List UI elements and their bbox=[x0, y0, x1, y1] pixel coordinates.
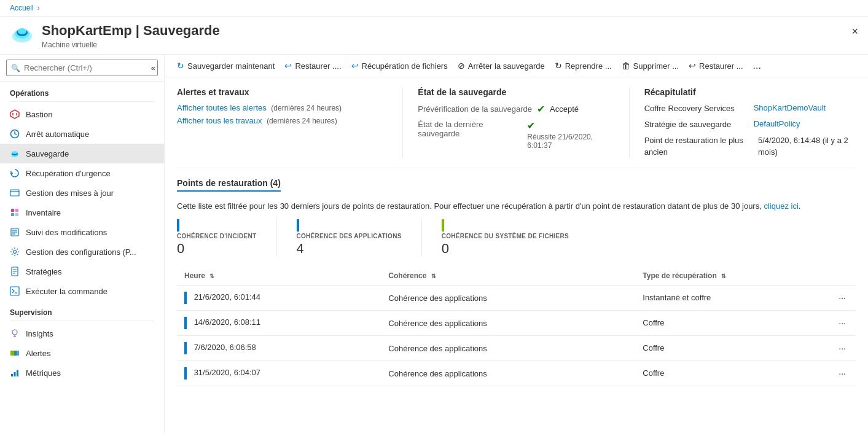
sidebar-item-alertes[interactable]: Alertes bbox=[0, 343, 164, 363]
th-heure[interactable]: Heure ⇅ bbox=[177, 267, 381, 286]
svg-point-28 bbox=[12, 330, 17, 335]
afficher-alertes-link[interactable]: Afficher toutes les alertes bbox=[177, 103, 267, 112]
sidebar-item-label: Gestion des mises à jour bbox=[26, 189, 114, 198]
recuperation-icon: ↩ bbox=[351, 61, 359, 71]
search-input[interactable] bbox=[6, 60, 158, 76]
reprendre-button[interactable]: ↻ Reprendre ... bbox=[550, 58, 617, 74]
recap-label-1: Coffre Recovery Services bbox=[644, 103, 749, 114]
sauvegarder-maintenant-button[interactable]: ↻ Sauvegarder maintenant bbox=[172, 58, 280, 74]
alerts-title: Alertes et travaux bbox=[177, 87, 388, 97]
type-value: Instantané et coffre bbox=[643, 293, 711, 302]
td-heure: 14/6/2020, 6:08:11 bbox=[177, 311, 381, 336]
table-row[interactable]: 31/5/2020, 6:04:07 Cohérence des applica… bbox=[177, 361, 856, 386]
gestion-mises-a-jour-icon bbox=[10, 188, 20, 198]
table-row[interactable]: 14/6/2020, 6:08:11 Cohérence des applica… bbox=[177, 311, 856, 336]
svg-rect-34 bbox=[14, 372, 16, 376]
restaurer2-button[interactable]: ↩ Restaurer ... bbox=[684, 58, 748, 74]
sidebar-item-strategies[interactable]: Stratégies bbox=[0, 262, 164, 281]
restore-desc-text: Cette liste est filtrée pour les 30 dern… bbox=[177, 201, 762, 211]
th-type[interactable]: Type de récupération ⇅ bbox=[635, 267, 856, 286]
metriques-icon bbox=[10, 368, 20, 378]
sidebar-item-label: Gestion des configurations (P... bbox=[26, 247, 136, 257]
vault-link[interactable]: ShopKartDemoVault bbox=[754, 103, 826, 112]
recuperation-fichiers-button[interactable]: ↩ Récupération de fichiers bbox=[346, 58, 453, 74]
sidebar-item-label: Récupération d'urgence bbox=[26, 169, 111, 178]
table-row[interactable]: 7/6/2020, 6:06:58 Cohérence des applicat… bbox=[177, 336, 856, 361]
collapse-sidebar-button[interactable]: « bbox=[151, 63, 155, 72]
gestion-configs-icon bbox=[10, 247, 20, 257]
supprimer-button[interactable]: 🗑 Supprimer ... bbox=[617, 58, 684, 74]
right-panel: ↻ Sauvegarder maintenant ↩ Restaurer ...… bbox=[165, 55, 868, 433]
more-button[interactable]: ... bbox=[748, 57, 766, 74]
close-button[interactable]: × bbox=[851, 25, 858, 38]
svg-rect-32 bbox=[14, 351, 19, 356]
svg-rect-15 bbox=[11, 213, 14, 216]
td-coherence: Cohérence des applications bbox=[381, 311, 635, 336]
sidebar-item-inventaire[interactable]: Inventaire bbox=[0, 203, 164, 222]
cliquez-ici-link[interactable]: cliquez ici bbox=[764, 201, 798, 211]
sidebar-item-label: Métriques bbox=[26, 368, 61, 378]
link-suffix: . bbox=[799, 201, 801, 211]
page-subtitle: Machine virtuelle bbox=[42, 41, 220, 49]
sidebar-section-label-supervision: Supervision bbox=[0, 301, 164, 321]
row-more-button[interactable]: ··· bbox=[836, 343, 848, 353]
sidebar-item-label: Alertes bbox=[26, 349, 50, 358]
coherence-indicators: COHÉRENCE D'INCIDENT 0 COHÉRENCE DES APP… bbox=[177, 219, 856, 257]
app-header: ShopKartEmp | Sauvegarde Machine virtuel… bbox=[0, 17, 868, 55]
breadcrumb-home[interactable]: Accueil bbox=[10, 4, 34, 12]
sidebar-item-executer-commande[interactable]: Exécuter la commande bbox=[0, 281, 164, 301]
search-icon: 🔍 bbox=[11, 64, 20, 72]
row-more-button[interactable]: ··· bbox=[836, 293, 848, 303]
td-coherence: Cohérence des applications bbox=[381, 361, 635, 386]
policy-link[interactable]: DefaultPolicy bbox=[754, 119, 800, 128]
reprendre-icon: ↻ bbox=[555, 61, 562, 71]
insights-icon bbox=[10, 329, 20, 338]
arreter-sauvegarde-button[interactable]: ⊘ Arrêter la sauvegarde bbox=[453, 58, 550, 74]
table-row[interactable]: 21/6/2020, 6:01:44 Cohérence des applica… bbox=[177, 286, 856, 311]
afficher-travaux-link[interactable]: Afficher tous les travaux bbox=[177, 116, 262, 125]
th-coherence[interactable]: Cohérence ⇅ bbox=[381, 267, 635, 286]
sidebar-item-gestion-configs[interactable]: Gestion des configurations (P... bbox=[0, 242, 164, 262]
btn-label: Arrêter la sauvegarde bbox=[468, 61, 545, 71]
sidebar-section-operations: Opérations Bastion Arrêt automatique bbox=[0, 82, 164, 301]
restore-desc: Cette liste est filtrée pour les 30 dern… bbox=[177, 200, 856, 212]
sidebar: 🔍 « Opérations Bastion Arrêt automatiqu bbox=[0, 55, 165, 433]
sidebar-item-label: Arrêt automatique bbox=[26, 130, 89, 139]
td-type: Coffre ··· bbox=[635, 336, 856, 361]
th-label: Cohérence bbox=[388, 271, 426, 280]
row-more-button[interactable]: ··· bbox=[836, 318, 848, 328]
sidebar-item-metriques[interactable]: Métriques bbox=[0, 363, 164, 383]
btn-label: Restaurer ... bbox=[699, 61, 743, 71]
row-indicator bbox=[184, 317, 187, 329]
btn-label: Supprimer ... bbox=[633, 61, 679, 71]
th-label: Heure bbox=[184, 271, 205, 280]
heure-value: 7/6/2020, 6:06:58 bbox=[194, 343, 256, 352]
td-heure: 31/5/2020, 6:04:07 bbox=[177, 361, 381, 386]
sidebar-item-recuperation-urgence[interactable]: Récupération d'urgence bbox=[0, 163, 164, 183]
sidebar-item-bastion[interactable]: Bastion bbox=[0, 104, 164, 124]
applications-value: 4 bbox=[297, 241, 402, 257]
sidebar-section-supervision: Supervision Insights Alertes bbox=[0, 301, 164, 383]
precheck-row: Prévérification de la sauvegarde ✔ Accep… bbox=[418, 103, 614, 115]
alert-row-2: Afficher tous les travaux (dernières 24 … bbox=[177, 116, 388, 125]
type-value: Coffre bbox=[643, 368, 664, 378]
sidebar-item-suivi-modifications[interactable]: Suivi des modifications bbox=[0, 222, 164, 242]
bastion-icon bbox=[10, 109, 20, 119]
row-more-button[interactable]: ··· bbox=[836, 368, 848, 378]
applications-label: COHÉRENCE DES APPLICATIONS bbox=[297, 233, 402, 239]
sort-icon-heure: ⇅ bbox=[209, 273, 214, 279]
row-indicator bbox=[184, 342, 187, 354]
sidebar-item-insights[interactable]: Insights bbox=[0, 324, 164, 343]
restaurer-button[interactable]: ↩ Restaurer .... bbox=[280, 58, 346, 74]
sidebar-item-gestion-mises-a-jour[interactable]: Gestion des mises à jour bbox=[0, 183, 164, 203]
sidebar-divider-1 bbox=[10, 101, 154, 102]
sidebar-item-sauvegarde[interactable]: Sauvegarde bbox=[0, 144, 164, 163]
main-content: Alertes et travaux Afficher toutes les a… bbox=[165, 77, 868, 433]
svg-rect-16 bbox=[15, 213, 18, 216]
sidebar-item-arret-auto[interactable]: Arrêt automatique bbox=[0, 124, 164, 144]
svg-rect-14 bbox=[15, 209, 18, 212]
sauvegarde-icon bbox=[10, 149, 20, 158]
sidebar-item-label: Insights bbox=[26, 329, 53, 338]
svg-rect-33 bbox=[11, 374, 13, 376]
search-area: 🔍 « bbox=[0, 55, 164, 82]
